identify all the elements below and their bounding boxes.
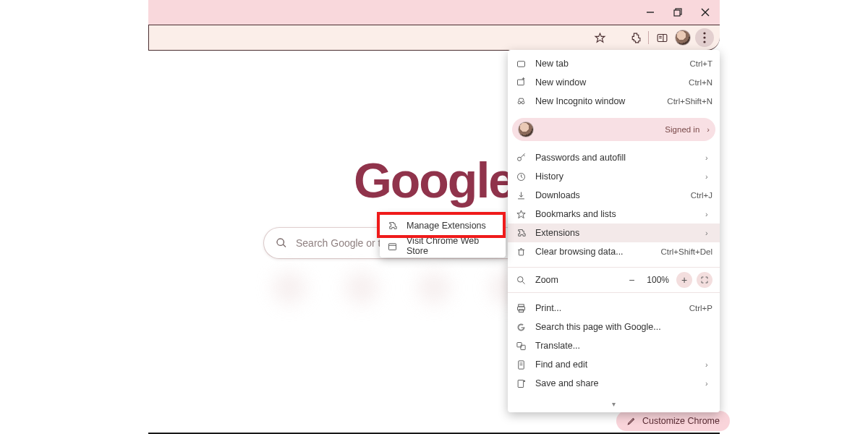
svg-point-20 [522, 101, 524, 103]
svg-marker-5 [595, 33, 605, 42]
zoom-in-button[interactable]: + [676, 272, 692, 288]
fullscreen-button[interactable] [697, 272, 712, 288]
chrome-menu-button[interactable] [695, 28, 714, 47]
menu-shortcut: Ctrl+Shift+N [667, 97, 712, 106]
menu-label: Translate... [535, 341, 712, 351]
svg-point-22 [517, 157, 521, 161]
menu-label: Print... [535, 303, 681, 313]
svg-line-24 [523, 155, 524, 156]
chevron-right-icon: › [705, 172, 712, 181]
menu-divider [508, 292, 720, 293]
zoom-value: 100% [644, 275, 672, 285]
key-icon [515, 152, 527, 163]
svg-rect-15 [517, 61, 524, 67]
menu-divider [508, 267, 720, 268]
bookmark-star-icon[interactable] [591, 29, 608, 46]
shortcut-tile[interactable] [264, 271, 315, 336]
signed-in-label: Signed in [665, 125, 699, 134]
toolbar [148, 25, 720, 51]
menu-find-edit[interactable]: Find and edit › [508, 355, 720, 374]
menu-label: New tab [535, 59, 681, 69]
history-icon [515, 171, 527, 182]
menu-label: New window [535, 77, 680, 88]
menu-scroll-down-icon[interactable]: ▾ [508, 397, 720, 408]
menu-label: Find and edit [535, 359, 697, 370]
svg-rect-41 [518, 380, 524, 387]
menu-label: Save and share [535, 378, 697, 388]
incognito-icon [515, 95, 527, 107]
svg-rect-13 [389, 243, 396, 250]
document-icon [515, 359, 527, 370]
menu-label: Visit Chrome Web Store [407, 236, 498, 256]
menu-translate[interactable]: Translate... [508, 336, 720, 355]
web-store-icon [387, 241, 398, 252]
menu-new-window[interactable]: New window Ctrl+N [508, 73, 720, 92]
visit-web-store-item[interactable]: Visit Chrome Web Store [380, 236, 506, 256]
chevron-right-icon: › [705, 379, 712, 388]
menu-new-tab[interactable]: New tab Ctrl+T [508, 54, 720, 73]
shortcut-tile[interactable] [336, 271, 387, 336]
customize-chrome-button[interactable]: Customize Chrome [616, 411, 730, 431]
menu-label: Passwords and autofill [535, 153, 697, 163]
menu-label: Bookmarks and lists [535, 209, 697, 219]
menu-shortcut: Ctrl+P [689, 304, 712, 312]
svg-point-19 [518, 101, 521, 103]
toolbar-divider [648, 31, 649, 44]
menu-label: Manage Extensions [407, 221, 486, 231]
zoom-out-button[interactable]: − [624, 272, 639, 288]
share-icon [515, 378, 527, 389]
menu-label: Downloads [535, 190, 682, 200]
menu-extensions[interactable]: Extensions › [508, 224, 720, 242]
menu-zoom: Zoom − 100% + [508, 269, 720, 291]
minimize-button[interactable] [640, 4, 660, 20]
svg-point-10 [703, 32, 705, 34]
menu-downloads[interactable]: Downloads Ctrl+J [508, 186, 720, 205]
trash-icon [515, 246, 527, 258]
translate-icon [515, 340, 527, 352]
print-icon [515, 302, 527, 314]
chevron-right-icon: › [705, 210, 712, 218]
svg-point-31 [517, 276, 523, 282]
menu-account-row[interactable]: Signed in › [512, 118, 715, 141]
avatar [518, 122, 534, 137]
manage-extensions-item[interactable]: Manage Extensions [380, 216, 506, 236]
pencil-icon [626, 416, 637, 426]
svg-rect-6 [658, 34, 667, 41]
new-window-icon [515, 77, 527, 88]
close-button[interactable] [695, 4, 715, 20]
puzzle-icon [515, 227, 527, 239]
side-panel-icon[interactable] [653, 29, 671, 46]
menu-print[interactable]: Print... Ctrl+P [508, 299, 720, 318]
menu-label: History [535, 171, 697, 182]
menu-save-share[interactable]: Save and share › [508, 374, 720, 393]
menu-shortcut: Ctrl+J [691, 191, 712, 200]
chrome-menu: New tab Ctrl+T New window Ctrl+N New Inc… [508, 50, 720, 412]
extensions-icon[interactable] [626, 29, 644, 46]
search-icon [276, 237, 287, 249]
star-icon [515, 208, 527, 220]
menu-label: Extensions [535, 228, 697, 238]
customize-label: Customize Chrome [642, 416, 720, 426]
profile-avatar[interactable] [675, 30, 691, 46]
new-tab-icon [515, 58, 527, 69]
menu-new-incognito[interactable]: New Incognito window Ctrl+Shift+N [508, 92, 720, 111]
zoom-label: Zoom [535, 275, 558, 285]
restore-button[interactable] [668, 4, 688, 20]
puzzle-icon [387, 221, 398, 231]
menu-passwords[interactable]: Passwords and autofill › [508, 148, 720, 167]
menu-shortcut: Ctrl+Shift+Del [660, 247, 712, 256]
menu-bookmarks[interactable]: Bookmarks and lists › [508, 205, 720, 224]
menu-label: New Incognito window [535, 96, 658, 106]
svg-point-11 [703, 36, 705, 38]
svg-line-32 [522, 281, 524, 284]
menu-label: Clear browsing data... [535, 247, 652, 257]
magnifier-icon [515, 274, 527, 286]
shortcut-tile[interactable] [409, 271, 459, 336]
download-icon [515, 190, 527, 201]
svg-marker-28 [516, 210, 524, 218]
extensions-submenu: Manage Extensions Visit Chrome Web Store [380, 214, 506, 258]
svg-rect-29 [519, 250, 523, 255]
menu-history[interactable]: History › [508, 167, 720, 186]
menu-search-page[interactable]: Search this page with Google... [508, 318, 720, 336]
menu-clear-data[interactable]: Clear browsing data... Ctrl+Shift+Del [508, 242, 720, 261]
